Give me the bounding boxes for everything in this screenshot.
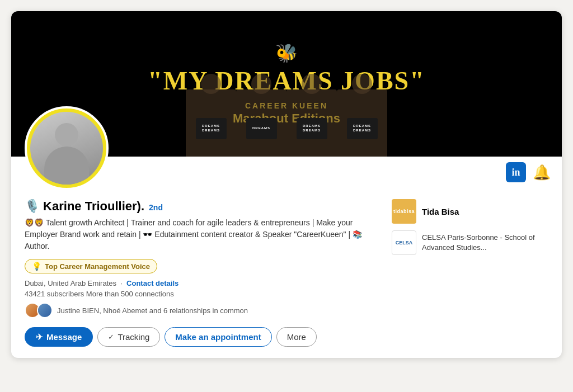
banner-figures: DREAMSDREAMS DREAMS DREAMSDREAMS DREAMSD… <box>186 89 387 157</box>
profile-body: 🎙️ Karine Trioullier). 2nd 🦁🦁 Talent gro… <box>11 190 562 358</box>
school-item: CELSA CELSA Paris-Sorbonne - School of A… <box>392 230 548 255</box>
figure-3: DREAMSDREAMS <box>286 89 337 157</box>
notification-bell-icon[interactable]: 🔔 <box>533 164 551 181</box>
tracking-label: Tracking <box>118 332 149 342</box>
subscribers-row: 43421 subscribers More than 500 connecti… <box>25 290 374 298</box>
mutual-connections: Justine BIEN, Nhoé Abemet and 6 relation… <box>25 303 374 318</box>
book-2: DREAMS <box>246 118 277 139</box>
company-item: tidabisa Tida Bisa <box>392 199 548 224</box>
book-3: DREAMSDREAMS <box>297 118 327 139</box>
profile-name: 🎙️ Karine Trioullier). <box>25 199 144 214</box>
linkedin-icon[interactable]: in <box>506 162 526 182</box>
book-label-2: DREAMS <box>252 126 270 131</box>
location-row: Dubai, United Arab Emirates · Contact de… <box>25 279 374 287</box>
bee-icon: 🐝 <box>275 42 298 64</box>
top-icons: in 🔔 <box>506 162 551 182</box>
profile-tagline: 🦁🦁 Talent growth Architect | Trainer and… <box>25 217 374 252</box>
avatar-image <box>30 112 103 185</box>
mutual-avatar-2 <box>37 303 53 318</box>
school-logo: CELSA <box>392 230 416 255</box>
person-head <box>55 123 78 147</box>
company-name: Tida Bisa <box>422 207 459 216</box>
mutual-avatars <box>25 303 53 318</box>
person-silhouette <box>41 123 92 185</box>
school-name: CELSA Paris-Sorbonne - School of Advance… <box>422 233 548 253</box>
check-icon: ✓ <box>108 333 114 341</box>
location-text: Dubai, United Arab Emirates <box>25 279 116 287</box>
profile-card: 🐝 "MY DREAMS JOBS" CAREER KUEEN Marabout… <box>11 11 562 358</box>
appointment-button[interactable]: Make an appointment <box>165 327 271 347</box>
name-row: 🎙️ Karine Trioullier). 2nd <box>25 199 374 214</box>
message-label: Message <box>46 332 82 342</box>
figure-4: DREAMSDREAMS <box>337 89 387 157</box>
badge-icon: 💡 <box>32 262 41 271</box>
message-icon: ✈ <box>36 332 43 342</box>
mutual-avatar-img-2 <box>38 304 51 317</box>
connection-degree: 2nd <box>149 203 163 212</box>
person-body <box>44 147 89 185</box>
badge-label: Top Career Management Voice <box>45 262 150 271</box>
book-1: DREAMSDREAMS <box>196 118 227 139</box>
avatar-row: in 🔔 <box>11 157 562 190</box>
tracking-button[interactable]: ✓ Tracking <box>97 327 160 347</box>
top-voice-badge: 💡 Top Career Management Voice <box>25 259 157 273</box>
book-label-3: DREAMSDREAMS <box>303 124 321 133</box>
message-button[interactable]: ✈ Message <box>25 327 93 347</box>
figure-1: DREAMSDREAMS <box>186 89 236 157</box>
profile-right: tidabisa Tida Bisa CELSA CELSA Paris-Sor… <box>392 199 548 347</box>
book-label-4: DREAMSDREAMS <box>353 124 371 133</box>
figure-2: DREAMS <box>236 89 286 157</box>
book-label-1: DREAMSDREAMS <box>202 124 220 133</box>
actions-row: ✈ Message ✓ Tracking Make an appointment… <box>25 327 374 347</box>
more-button[interactable]: More <box>276 327 317 347</box>
contact-details-link[interactable]: Contact details <box>126 279 179 287</box>
mutual-text: Justine BIEN, Nhoé Abemet and 6 relation… <box>57 306 248 315</box>
company-logo: tidabisa <box>392 199 416 224</box>
profile-left: 🎙️ Karine Trioullier). 2nd 🦁🦁 Talent gro… <box>25 199 374 347</box>
avatar <box>25 106 109 190</box>
book-4: DREAMSDREAMS <box>347 118 378 139</box>
